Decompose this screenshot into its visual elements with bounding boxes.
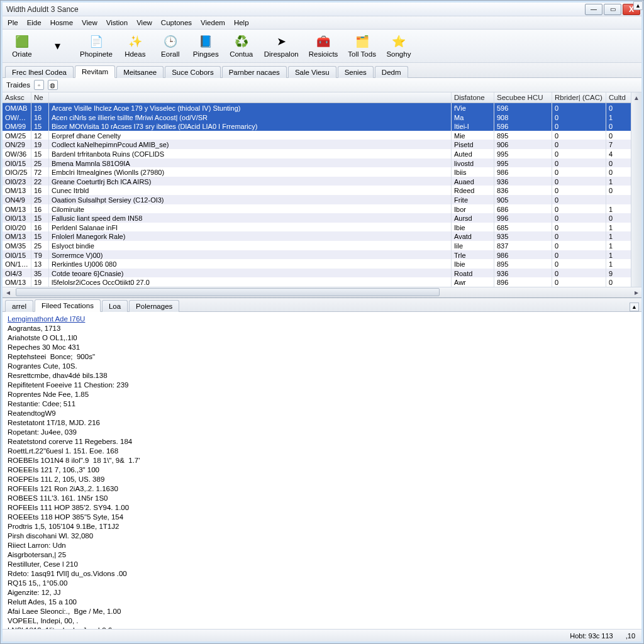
table-row[interactable]: OM/9915Bisor MOtVisita 10 rAcses I73 sry… [3,121,641,131]
table-row[interactable]: OIO/2572Embclri Itmealgines (Wionlls (27… [3,167,641,177]
table-row[interactable]: OW/61316Acen ciNrls se illierie tsillte … [3,113,641,122]
toolbar-icon: 🗂️ [355,34,370,49]
toolbar-button[interactable]: 📘Pingses [190,32,222,60]
detail-line: Restilluter, Cese l 210 [8,560,636,569]
horizontal-scrollbar[interactable]: ◂ ▸ [3,287,641,297]
status-text: ,10 [626,632,635,640]
table-row[interactable]: OM/1316Cunec ItrbldRdeed83600 [3,186,641,195]
toolbar-button[interactable]: 🗂️Toll Tods [345,32,379,60]
detail-line: VOPEEL, Indepi, 00, . [8,616,636,626]
table-row[interactable]: OI0/15T9Sorrermce V)00)Trle98601 [3,250,641,260]
detail-line: Repifitetent Foeeive 11 Chestion: 239 [8,380,636,390]
toolbar-button[interactable]: ➤Direspalon [261,32,302,60]
column-header[interactable]: Disfatone [452,92,494,103]
table-row[interactable]: OW/3615Bardenl trfritanbota Ruins (COFLI… [3,149,641,158]
detail-line: ROEBEIs 1O1N4 8 ilol".9 18 1\", 9& 1.7' [8,456,636,465]
tab[interactable]: Fileed Tecations [35,299,101,312]
menu-item[interactable]: Vistion [106,19,128,26]
collapse-up-icon[interactable]: ▲ [633,1,643,10]
table-row[interactable]: OM/1319l5felolsr2iCoces OccOtiikt0 27.0A… [3,277,641,287]
subtoolbar-label: Traides [6,81,30,89]
tab[interactable]: Meitsanee [116,66,164,78]
menu-item[interactable]: View [136,19,152,26]
detail-line: Repeches 30 Moc 431 [8,343,636,352]
detail-header-link[interactable]: Lemgimathont Ade I76U [8,315,85,323]
detail-line: LNSl.1812, 1lit e I nd a JucaL0 6 [8,626,636,629]
tab[interactable]: Loa [102,300,128,312]
detail-line: Roprentes Nde Fee, 1.85 [8,390,636,399]
column-header[interactable] [49,92,452,103]
detail-line: Ariahotste O OL1,.1l0 [8,333,636,343]
toolbar-button[interactable]: ✨Hdeas [119,32,151,60]
toolbar-button[interactable]: ⭐Songhy [383,32,414,60]
toolbar-label: Phopinete [80,50,113,58]
detail-line: Rdeto: 1asq91 fVlI] du_os.Vidons .00 [8,569,636,579]
detail-line: ROBEES 11L'3. 161. 1N5r 1S0 [8,494,636,503]
toolbar-label: Direspalon [264,50,299,58]
tab[interactable]: Frec lhesl Codea [5,66,74,78]
table-row[interactable]: ON4/925Oaation Sulsalhpt Sersiey (C12-OI… [3,195,641,204]
toolbar-label: Oriate [12,50,31,58]
toolbar-button[interactable]: ▾ [42,32,73,60]
table-row[interactable]: OM/2512Eorpref dhane CeneltyMie89500 [3,131,641,140]
column-header[interactable]: Secubee HCU [494,92,552,103]
menu-item[interactable]: Viedem [201,19,225,26]
scroll-left-icon[interactable]: ◂ [3,287,13,297]
column-header[interactable]: Asksc [3,92,31,103]
menu-item[interactable]: Cuptones [161,19,192,26]
column-header[interactable]: Rbrider| (CAC) [552,92,606,103]
toolbar-button[interactable]: 🕒Eorall [155,32,186,60]
tab[interactable]: Dedm [375,66,408,78]
table-row[interactable]: ON/2919Codlect kaNelhepimnPcoud AMIB_se)… [3,140,641,149]
data-grid: Asksc Ne Disfatone Secubee HCU Rbrider| … [3,92,641,298]
tab[interactable]: arrel [5,300,33,312]
collapse-up-icon[interactable]: ▲ [630,303,639,311]
tab[interactable]: Polernages [129,300,179,312]
menu-item[interactable]: Eide [27,19,42,26]
toolbar-button[interactable]: 🧰Resioicts [306,32,341,60]
toolbar-button[interactable]: 🟩Oriate [6,32,38,60]
tab[interactable]: Suce Cobors [165,66,220,78]
maximize-button[interactable]: ▭ [604,4,621,15]
scroll-up-icon[interactable]: ▲ [631,92,641,103]
column-header[interactable]: Cultd [606,92,631,103]
detail-line: ROFEEIs 121 Ron 2iA3,.2. 1.1630 [8,484,636,494]
detail-line: Pirsh discohani Wl. 32,080 [8,531,636,541]
table-row[interactable]: OI0/1525Bmena Mamnla S81O9IAlivostd99500 [3,158,641,168]
minimize-button[interactable]: — [585,4,602,15]
table-row[interactable]: OI0/1315Fallusic liant speed dem IN58Aur… [3,213,641,223]
detail-line: ReatendtogW9 [8,409,636,418]
detail-line: ROEEEIs 121 7, 106.,3" 100 [8,465,636,475]
menu-item[interactable]: Ple [8,19,18,26]
scrollbar-thumb[interactable] [16,288,440,296]
menu-item[interactable]: Help [234,19,249,26]
tab[interactable]: Sale Viesu [288,66,336,78]
scroll-right-icon[interactable]: ▸ [631,287,641,297]
toolbar-label: Contua [230,50,253,58]
tab[interactable]: Senies [338,66,374,78]
page-icon[interactable]: ▫ [34,80,44,90]
table-row[interactable]: OM/1315Fnlolerl Manegork Rale)Avatd93501 [3,231,641,241]
table-row[interactable]: OI0/2322Greane Coeturtlrj Bch lCA AIRS)A… [3,177,641,186]
menu-item[interactable]: View [82,19,97,26]
table-row[interactable]: OM/AB19Arcare Visille Ihclez Acoe 179 y … [3,103,641,113]
column-header[interactable]: Ne [31,92,49,103]
detail-line: ROFEEIs 111 HOP 385'2. SY94. 1.00 [8,503,636,513]
table-row[interactable]: OI0/2016Perldenl Salanae inFIIbie68501 [3,223,641,232]
table-row[interactable]: OI4/335Cotde teoare 6}Cnasie)Roatd93609 [3,269,641,278]
tab[interactable]: Parnber nacaes [222,66,287,78]
vertical-scrollbar[interactable]: ▲ [631,92,641,287]
tab[interactable]: Revitam [75,65,115,78]
menu-item[interactable]: Hosme [50,19,73,26]
detail-line: Aigenzite: 12, JJ [8,588,636,597]
toolbar-icon: 🟩 [14,34,30,49]
globe-icon[interactable]: ◍ [48,80,58,90]
table-row[interactable]: ON/11313Rerkintles U)006 080Ibie89501 [3,259,641,269]
table-row[interactable]: OM/3525Eslyoct bindieIile83701 [3,241,641,250]
toolbar-icon: ➤ [274,34,289,49]
toolbar-button[interactable]: 📄Phopinete [77,32,116,60]
toolbar-label: Songhy [386,50,411,58]
toolbar-button[interactable]: ♻️Contua [226,32,257,60]
detail-line: ROEPEIs 11L 2, 105, US. 389 [8,475,636,484]
table-row[interactable]: OM/1316CilomiruiteIbor68601 [3,204,641,214]
